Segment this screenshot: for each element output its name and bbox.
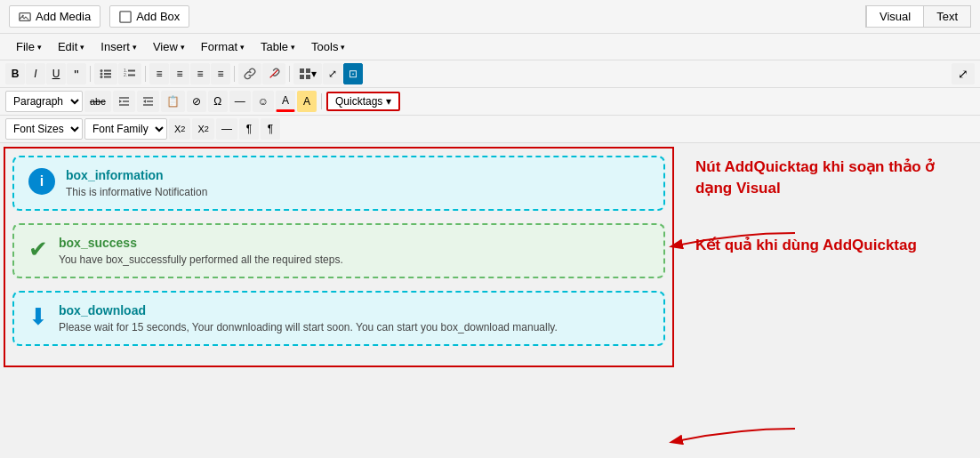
view-tabs: Visual Text	[865, 5, 971, 28]
add-box-label: Add Box	[136, 10, 180, 23]
emoji-button[interactable]: ☺	[253, 91, 274, 112]
table-icon	[299, 68, 311, 80]
top-bar: Add Media Add Box Visual Text	[0, 0, 980, 34]
chevron-down-icon: ▾	[133, 43, 137, 52]
success-box: ✔ box_success You have box_successfully …	[12, 223, 665, 278]
menu-format[interactable]: Format▾	[194, 37, 252, 56]
align-right-button[interactable]: ≡	[190, 63, 210, 84]
menu-edit[interactable]: Edit▾	[51, 37, 92, 56]
toolbar-separator	[145, 66, 146, 82]
bold-button[interactable]: B	[5, 63, 25, 84]
font-color-button[interactable]: A	[276, 91, 295, 112]
quicktags-label: Quicktags	[335, 95, 382, 108]
info-box-title: box_information	[66, 168, 207, 182]
superscript-button[interactable]: X2	[192, 118, 213, 140]
blockquote-button[interactable]: "	[67, 63, 86, 84]
svg-rect-2	[120, 11, 131, 21]
ordered-list-button[interactable]: 1.2.	[118, 63, 141, 84]
text-tab[interactable]: Text	[924, 6, 970, 27]
font-sizes-select[interactable]: Font Sizes	[5, 118, 83, 140]
menu-bar: File▾ Edit▾ Insert▾ View▾ Format▾ Table▾…	[0, 34, 980, 60]
add-media-label: Add Media	[36, 10, 91, 23]
svg-rect-17	[306, 75, 310, 79]
toolbar-separator	[90, 66, 91, 82]
fullscreen-button[interactable]: ⤢	[952, 63, 975, 84]
unlink-icon	[268, 68, 280, 80]
indent-button[interactable]	[113, 91, 135, 112]
ltr-button[interactable]: ¶	[239, 118, 259, 140]
menu-view[interactable]: View▾	[146, 37, 192, 56]
success-icon: ✔	[28, 236, 48, 263]
visual-tab[interactable]: Visual	[866, 6, 924, 27]
svg-rect-15	[306, 68, 310, 73]
highlight-button[interactable]: A	[297, 91, 317, 112]
paste-word-button[interactable]: 📋	[161, 91, 185, 112]
menu-tools[interactable]: Tools▾	[304, 37, 352, 56]
svg-text:2.: 2.	[124, 72, 127, 77]
toolbar-separator	[234, 66, 235, 82]
svg-rect-16	[300, 75, 304, 79]
align-justify-button[interactable]: ≡	[211, 63, 230, 84]
rtl-button[interactable]: ¶	[261, 118, 280, 140]
svg-point-3	[100, 69, 103, 72]
clear-format-button[interactable]: ⊘	[187, 91, 206, 112]
chevron-down-icon: ▾	[291, 43, 295, 52]
hr-button[interactable]: —	[229, 91, 251, 112]
info-box-desc: This is informative Notification	[66, 186, 207, 198]
table-button[interactable]: ▾	[293, 63, 322, 84]
success-box-content: box_success You have box_successfully pe…	[59, 236, 343, 266]
toolbar-separator	[321, 93, 322, 109]
align-center-button[interactable]: ≡	[170, 63, 189, 84]
media-icon	[19, 11, 31, 23]
info-box: i box_information This is informative No…	[12, 156, 665, 211]
resize-button[interactable]: ⤢	[323, 63, 342, 84]
menu-insert[interactable]: Insert▾	[93, 37, 144, 56]
align-left-button[interactable]: ≡	[149, 63, 169, 84]
quicktags-arrow: ▾	[386, 95, 391, 108]
download-icon: ⬇	[28, 303, 48, 331]
toolbar-separator	[289, 66, 290, 82]
download-box-content: box_download Please wait for 15 seconds,…	[59, 303, 558, 333]
menu-file[interactable]: File▾	[9, 37, 49, 56]
svg-point-7	[100, 76, 103, 78]
editor-main: i box_information This is informative No…	[0, 143, 980, 371]
unlink-button[interactable]	[262, 63, 285, 84]
underline-button[interactable]: U	[46, 63, 66, 84]
outdent-icon	[142, 96, 154, 108]
quicktags-button[interactable]: Quicktags ▾	[326, 92, 400, 111]
download-box-title: box_download	[59, 303, 558, 317]
menu-table[interactable]: Table▾	[253, 37, 302, 56]
editor-content-area[interactable]: i box_information This is informative No…	[4, 147, 674, 367]
list-ul-icon	[100, 68, 112, 80]
special-char-button[interactable]: Ω	[208, 91, 228, 112]
top-bar-left: Add Media Add Box	[9, 5, 189, 28]
subscript-button[interactable]: X2	[169, 118, 190, 140]
outdent-button[interactable]	[137, 91, 159, 112]
download-box: ⬇ box_download Please wait for 15 second…	[12, 291, 665, 346]
info-box-content: box_information This is informative Noti…	[66, 168, 207, 198]
svg-rect-10	[128, 70, 135, 72]
keyboard-button[interactable]: ⊡	[343, 63, 363, 84]
italic-button[interactable]: I	[26, 63, 45, 84]
arrow-to-result	[663, 424, 797, 458]
arrow-to-quicktags	[663, 229, 797, 264]
font-family-select[interactable]: Font Family	[84, 118, 167, 140]
horizontal-rule-button[interactable]: —	[216, 118, 237, 140]
success-box-title: box_success	[59, 236, 343, 250]
svg-line-13	[270, 70, 278, 78]
chevron-down-icon: ▾	[240, 43, 245, 52]
toolbar-row3: Font Sizes Font Family X2 X2 — ¶ ¶	[0, 116, 980, 143]
chevron-down-icon: ▾	[80, 43, 84, 52]
svg-rect-4	[104, 70, 111, 72]
info-icon: i	[28, 168, 55, 195]
strikethrough-button[interactable]: abc	[84, 91, 111, 112]
chevron-down-icon: ▾	[37, 43, 42, 52]
paragraph-select[interactable]: Paragraph	[5, 91, 83, 112]
toolbar-row1: B I U " 1.2. ≡ ≡ ≡ ≡ ▾ ⤢ ⊡ ⤢	[0, 60, 980, 88]
add-media-button[interactable]: Add Media	[9, 5, 100, 28]
svg-rect-12	[128, 75, 135, 76]
add-box-button[interactable]: Add Box	[109, 5, 189, 28]
unordered-list-button[interactable]	[94, 63, 117, 84]
link-button[interactable]	[238, 63, 261, 84]
link-icon	[244, 68, 256, 80]
